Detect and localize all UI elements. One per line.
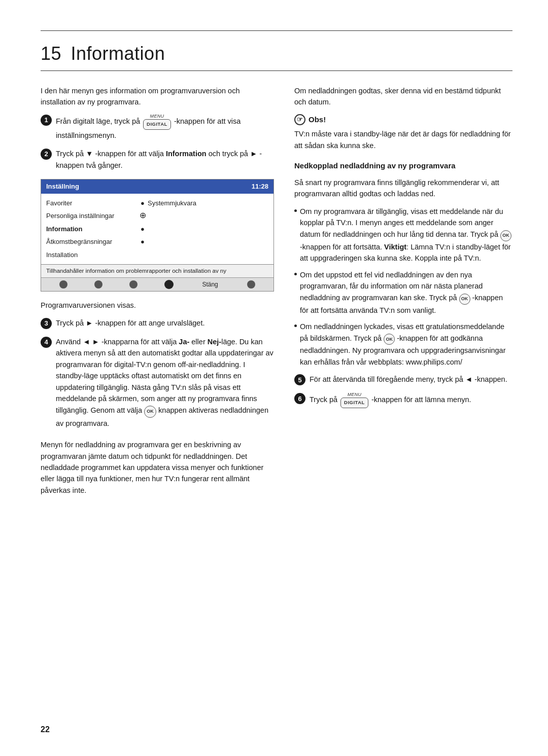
step-4-text-a: Använd ◄ ► -knapparna för att välja Ja- … [56,336,274,429]
intro-text: I den här menyn ges information om progr… [41,85,274,108]
bullet-item-2: Om det uppstod ett fel vid nedladdningen… [294,269,512,316]
row0-col2: ● [138,198,148,208]
digital-button: DIGITAL [143,119,171,130]
step-5: 5 För att återvända till föregående meny… [294,374,512,385]
ok-btn-bullet3: OK [384,334,395,345]
ja-label: Ja- [179,338,189,346]
menu-label-top-6: MENU [348,392,362,397]
settings-footer: Tillhandahåller information om problemra… [41,264,273,277]
settings-time: 11:28 [252,182,268,192]
download-info-text: Menyn för nedladdning av programvara ger… [41,439,274,496]
settings-row-4: Installation [41,248,273,262]
settings-row-2-highlight: Information ● [41,223,273,236]
obs-heading: Obs! [309,114,326,126]
step-1-content: Från digitalt läge, tryck på MENU DIGITA… [56,114,274,141]
settings-body: Favoriter ● Systemmjukvara Personliga in… [41,194,273,265]
page-container: 15 Information I den här menyn ges infor… [0,0,548,756]
viktigt-label: Viktigt [384,243,406,251]
bullet-item-3: Om nedladdningen lyckades, visas ett gra… [294,321,512,368]
step-4: 4 Använd ◄ ► -knapparna för att välja Ja… [41,336,274,432]
step-num-1: 1 [41,115,52,126]
page-number: 22 [41,724,50,736]
row2-col2: ● [138,224,148,234]
col-left: I den här menyn ges information om progr… [41,85,274,502]
bullet-text-2: Om det uppstod ett fel vid nedladdningen… [300,269,512,316]
col-right: Om nedladdningen godtas, sker denna vid … [294,85,512,502]
digital-button-6: DIGITAL [340,398,368,408]
bullet-dot-1 [294,209,297,212]
page-title: 15 Information [41,40,512,67]
subheading-nedkopplad: Nedkopplad nedladdning av ny programvara [294,160,512,172]
version-text: Programvaruversionen visas. [41,300,274,311]
obs-text: TV:n måste vara i standby-läge när det ä… [294,128,512,151]
menu-button-inline-1: MENU DIGITAL [143,114,171,130]
step-num-2: 2 [41,149,52,160]
top-rule [41,30,512,31]
settings-row-0: Favoriter ● Systemmjukvara [41,197,273,210]
row3-col2: ● [138,237,148,247]
obs-icon: ☞ [294,114,305,125]
nedkopplad-intro: Så snart ny programvara finns tillgängli… [294,177,512,200]
step-num-5: 5 [294,374,305,385]
step-5-content: För att återvända till föregående meny, … [310,374,512,385]
information-label: Information [166,150,207,158]
row2-col1: Information [46,224,138,234]
step-6-content: Tryck på MENU DIGITAL -knappen för att l… [310,392,512,408]
two-col-layout: I den här menyn ges information om progr… [41,85,512,502]
obs-title: ☞ Obs! [294,114,512,126]
nej-label: Nej- [208,338,221,346]
step-num-3: 3 [41,318,52,329]
row3-col1: Åtkomstbegränsningar [46,237,138,247]
step-6: 6 Tryck på MENU DIGITAL -knappen för att… [294,392,512,408]
step-1: 1 Från digitalt läge, tryck på MENU DIGI… [41,114,274,141]
nav-stang-label: Stäng [202,280,218,289]
step-1-text-a: Från digitalt läge, tryck på [56,117,142,125]
nav-circle-1 [59,280,67,289]
step-3-content: Tryck på ► -knappen för att ange urvalsl… [56,317,274,329]
bullet-list: Om ny programvara är tillgänglig, visas … [294,206,512,368]
row1-col2: ⊕ [138,211,148,221]
step-2-content: Tryck på ▼ -knappen för att välja Inform… [56,148,274,171]
ok-button-step4: OK [144,406,156,418]
step-4-content: Använd ◄ ► -knapparna för att välja Ja- … [56,336,274,432]
bullet-item-1: Om ny programvara är tillgänglig, visas … [294,206,512,264]
settings-row-3: Åtkomstbegränsningar ● [41,235,273,248]
settings-title: Inställning [46,182,79,192]
bullet-text-1: Om ny programvara är tillgänglig, visas … [300,206,512,264]
step-3-text: Tryck på ► -knappen för att ange urvalsl… [56,319,205,327]
menu-button-inline-6: MENU DIGITAL [340,392,368,408]
step-num-4: 4 [41,337,52,348]
obs-block: ☞ Obs! TV:n måste vara i standby-läge nä… [294,114,512,151]
bullet-text-3: Om nedladdningen lyckades, visas ett gra… [300,321,512,368]
download-accepted-text: Om nedladdningen godtas, sker denna vid … [294,85,512,108]
step-5-text: För att återvända till föregående meny, … [310,375,507,383]
ok-btn-bullet1: OK [500,230,511,241]
nav-circle-4-active [164,280,174,289]
row0-col3: Systemmjukvara [148,198,268,208]
step-3: 3 Tryck på ► -knappen för att ange urval… [41,317,274,329]
ok-btn-bullet2: OK [459,294,470,305]
bullet-dot-2 [294,273,297,275]
row4-col1: Installation [46,250,138,260]
step-num-6: 6 [294,393,305,404]
step-2-text: Tryck på ▼ -knappen för att välja Inform… [56,150,262,169]
bottom-title-rule [41,70,512,71]
nav-circle-3 [129,280,138,289]
settings-row-1: Personliga inställningar ⊕ [41,209,273,223]
settings-nav: Stäng [41,277,273,291]
nav-circle-2 [94,280,102,289]
menu-label-top: MENU [150,114,164,119]
row1-col1: Personliga inställningar [46,211,138,221]
settings-footer-text: Tillhandahåller information om problemra… [46,268,226,274]
settings-header: Inställning 11:28 [41,179,273,194]
nav-circle-5 [247,280,255,289]
settings-icon: ⊕ [140,211,146,220]
step-2: 2 Tryck på ▼ -knappen för att välja Info… [41,148,274,171]
settings-box: Inställning 11:28 Favoriter ● Systemmjuk… [41,179,274,292]
bullet-dot-3 [294,325,297,327]
row0-col1: Favoriter [46,198,138,208]
step-6-prefix: Tryck på [310,396,337,404]
step-6-suffix: -knappen för att lämna menyn. [371,396,471,404]
